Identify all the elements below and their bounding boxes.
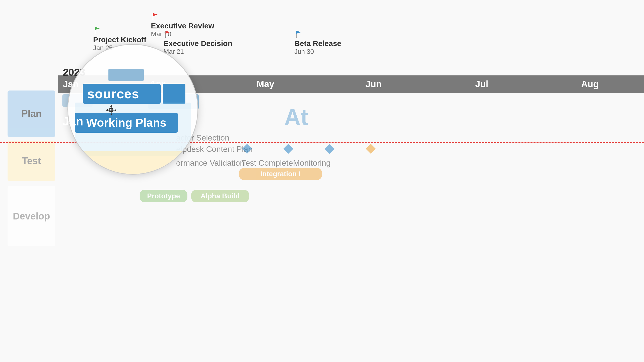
diamond-blue-2 [283,144,293,154]
mag-yellow-area [81,151,185,174]
svg-marker-2 [110,105,112,107]
magnifier-inner: sources Working Plans [68,45,197,174]
prototype-bar: Prototype [140,190,187,202]
flag-red-icon [151,13,159,21]
flag-red2-icon [164,30,172,38]
prototype-bar-label: Prototype [147,192,180,200]
at-text-background: At [284,104,308,130]
move-cursor-icon [105,104,117,118]
row-label-develop: Develop [8,186,55,246]
alpha-build-bar-label: Alpha Build [200,192,240,200]
month-aug: Aug [536,79,644,89]
diamond-blue-3 [325,144,335,154]
helpdesk-diamonds [242,145,376,152]
row-label-test: Test [8,141,55,181]
alpha-build-bar: Alpha Build [191,190,249,202]
diamond-orange-1 [366,144,376,154]
mag-bar-top-blue [108,69,144,81]
month-may: May [211,79,319,89]
mag-working-plans-text: Working Plans [86,116,167,129]
bg-text-test-complete: Test Complete [242,158,293,168]
svg-marker-3 [110,114,112,116]
month-jul: Jul [428,79,536,89]
milestone-project-kickoff-title: Project Kickoff [93,35,146,44]
integration-bar: Integration I [239,168,322,180]
mag-working-plans-bar[interactable]: Working Plans [75,113,178,133]
milestone-executive-review-title: Executive Review [151,22,214,30]
bg-text-monitoring: Monitoring [293,158,331,168]
mag-bar-right-blue [163,84,185,104]
flag-blue-icon [294,30,302,38]
milestone-beta-release-title: Beta Release [294,39,341,48]
flag-green-icon [93,26,101,34]
diamond-blue-1 [242,144,252,154]
mag-sources-bar[interactable]: sources [83,84,161,104]
row-label-plan: Plan [8,90,55,137]
milestone-beta-release: Beta Release Jun 30 [294,30,341,56]
month-jun: Jun [319,79,428,89]
svg-marker-4 [106,109,108,111]
magnifier-circle: sources Working Plans [67,44,198,175]
svg-marker-5 [115,109,117,111]
milestone-beta-release-date: Jun 30 [294,48,314,56]
mag-sources-text: sources [87,86,139,101]
integration-bar-label: Integration I [260,170,301,178]
